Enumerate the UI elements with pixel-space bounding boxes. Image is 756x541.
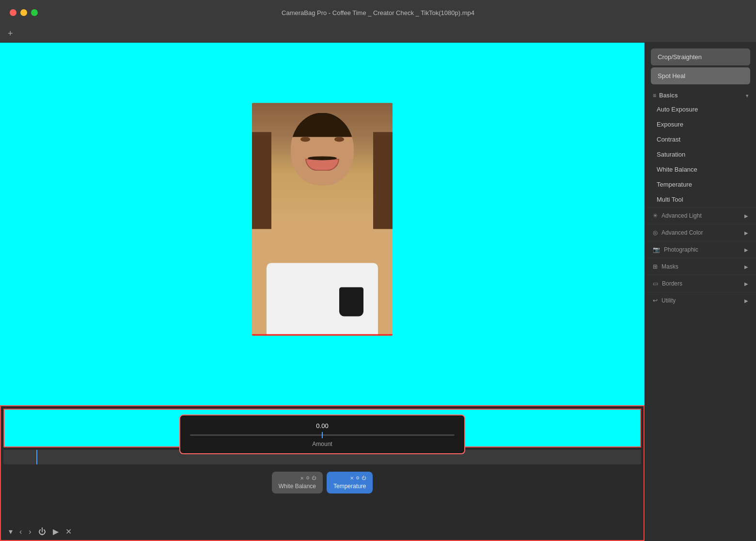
power-button[interactable]: ⏻ xyxy=(38,527,46,536)
titlebar: CameraBag Pro - Coffee Time _ Creator Ch… xyxy=(0,0,756,25)
white-balance-item[interactable]: White Balance xyxy=(645,162,756,177)
advanced-color-chevron[interactable]: ▶ xyxy=(744,230,748,236)
chip-close-active-icon[interactable]: ✕ xyxy=(350,476,354,481)
chip-settings-icon[interactable]: ⚙ xyxy=(306,476,310,481)
masks-chevron[interactable]: ▶ xyxy=(744,264,748,270)
window-controls xyxy=(10,9,38,16)
basics-icon: ≡ xyxy=(653,92,656,99)
utility-section[interactable]: ↩ Utility ▶ xyxy=(645,292,756,309)
photographic-label: Photographic xyxy=(664,246,698,253)
crop-straighten-button[interactable]: Crop/Straighten xyxy=(651,48,750,65)
auto-exposure-item[interactable]: Auto Exposure xyxy=(645,102,756,117)
chip-power-icon[interactable]: ⏻ xyxy=(312,476,316,481)
prev-button[interactable]: ‹ xyxy=(19,527,22,536)
minimize-button[interactable] xyxy=(20,9,27,16)
photographic-chevron[interactable]: ▶ xyxy=(744,247,748,253)
bottom-controls: ▾ ‹ › ⏻ ▶ ✕ xyxy=(1,523,644,540)
borders-section[interactable]: ▭ Borders ▶ xyxy=(645,275,756,292)
spot-heal-button[interactable]: Spot Heal xyxy=(651,67,750,84)
white-balance-chip[interactable]: ✕ ⚙ ⏻ White Balance xyxy=(272,472,323,493)
advanced-light-label: Advanced Light xyxy=(662,212,702,219)
utility-icon: ↩ xyxy=(653,297,658,304)
canvas-area: 0.00 Amount ✕ ⚙ ⏻ White Balance xyxy=(0,43,645,541)
advanced-color-label: Advanced Color xyxy=(662,229,703,236)
timeline-playhead xyxy=(36,450,37,464)
window-title: CameraBag Pro - Coffee Time _ Creator Ch… xyxy=(282,9,474,16)
advanced-light-icon: ✳ xyxy=(653,212,658,219)
close-button[interactable] xyxy=(10,9,16,16)
borders-icon: ▭ xyxy=(653,280,658,287)
advanced-color-section[interactable]: ◎ Advanced Color ▶ xyxy=(645,224,756,241)
chip-icons-active: ✕ ⚙ ⏻ xyxy=(333,476,366,481)
maximize-button[interactable] xyxy=(31,9,38,16)
saturation-item[interactable]: Saturation xyxy=(645,147,756,162)
temperature-item[interactable]: Temperature xyxy=(645,177,756,192)
basics-section-header[interactable]: ≡ Basics ▾ xyxy=(645,86,756,102)
timeline-top: 0.00 Amount xyxy=(3,409,641,447)
temperature-chip[interactable]: ✕ ⚙ ⏻ Temperature xyxy=(327,472,373,493)
timeline-adjustments: ✕ ⚙ ⏻ White Balance ✕ ⚙ ⏻ Temperature xyxy=(1,467,644,498)
bottom-panel: 0.00 Amount ✕ ⚙ ⏻ White Balance xyxy=(0,405,645,541)
white-balance-chip-label: White Balance xyxy=(279,483,316,490)
basics-label: Basics xyxy=(659,92,678,99)
borders-chevron[interactable]: ▶ xyxy=(744,281,748,286)
chip-power-active-icon[interactable]: ⏻ xyxy=(362,476,366,481)
masks-section[interactable]: ⊞ Masks ▶ xyxy=(645,258,756,275)
multi-tool-item[interactable]: Multi Tool xyxy=(645,192,756,207)
toolbar: + xyxy=(0,25,756,43)
utility-chevron[interactable]: ▶ xyxy=(744,298,748,303)
chip-settings-active-icon[interactable]: ⚙ xyxy=(356,476,360,481)
right-panel: ▶ Crop/Straighten Spot Heal ≡ Basics ▾ A… xyxy=(645,43,756,541)
masks-icon: ⊞ xyxy=(653,263,658,270)
basics-chevron[interactable]: ▾ xyxy=(746,93,748,98)
menu-down-button[interactable]: ▾ xyxy=(9,527,13,536)
slider-value: 0.00 xyxy=(190,422,455,430)
chip-icons: ✕ ⚙ ⏻ xyxy=(279,476,316,481)
exposure-item[interactable]: Exposure xyxy=(645,117,756,132)
next-button[interactable]: › xyxy=(29,527,31,536)
main-area: 0.00 Amount ✕ ⚙ ⏻ White Balance xyxy=(0,43,756,541)
utility-label: Utility xyxy=(662,297,676,304)
slider-label: Amount xyxy=(190,441,455,447)
add-button[interactable]: + xyxy=(8,29,13,39)
close-button-ctrl[interactable]: ✕ xyxy=(65,527,72,536)
borders-label: Borders xyxy=(662,280,682,287)
photographic-section[interactable]: 📷 Photographic ▶ xyxy=(645,241,756,258)
video-preview xyxy=(0,43,645,405)
play-button[interactable]: ▶ xyxy=(53,527,59,536)
photographic-icon: 📷 xyxy=(653,246,660,253)
masks-label: Masks xyxy=(662,263,678,270)
chip-close-icon[interactable]: ✕ xyxy=(300,476,304,481)
video-frame xyxy=(252,103,393,335)
top-tool-buttons: Crop/Straighten Spot Heal xyxy=(645,43,756,86)
contrast-item[interactable]: Contrast xyxy=(645,132,756,147)
slider-control: 0.00 Amount xyxy=(179,414,465,454)
advanced-light-chevron[interactable]: ▶ xyxy=(744,213,748,219)
advanced-color-icon: ◎ xyxy=(653,229,658,236)
temperature-chip-label: Temperature xyxy=(333,483,366,490)
advanced-light-section[interactable]: ✳ Advanced Light ▶ xyxy=(645,207,756,224)
slider-track[interactable] xyxy=(190,434,455,436)
